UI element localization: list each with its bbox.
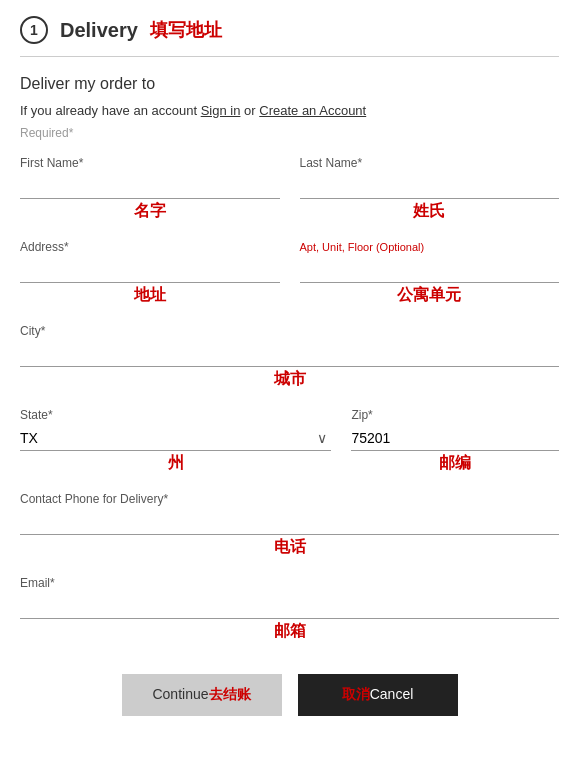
email-row: Email* 邮箱	[20, 576, 559, 642]
email-annotation: 邮箱	[20, 621, 559, 642]
cancel-en-label: Cancel	[370, 686, 414, 702]
create-account-link[interactable]: Create an Account	[259, 103, 366, 118]
address-field: Address* 地址	[20, 240, 280, 306]
required-note: Required*	[20, 126, 559, 140]
zip-label: Zip*	[351, 408, 559, 422]
email-field: Email* 邮箱	[20, 576, 559, 642]
button-row: Continue去结账 取消Cancel	[20, 674, 559, 716]
last-name-label: Last Name*	[300, 156, 560, 170]
account-line: If you already have an account Sign in o…	[20, 103, 559, 118]
state-annotation: 州	[20, 453, 331, 474]
first-name-field: First Name* 名字	[20, 156, 280, 222]
state-zip-row: State* Select... ALAKAZAR CACOCTDE FLGAH…	[20, 408, 559, 474]
zip-annotation: 邮编	[351, 453, 559, 474]
name-row: First Name* 名字 Last Name* 姓氏	[20, 156, 559, 222]
state-field: State* Select... ALAKAZAR CACOCTDE FLGAH…	[20, 408, 331, 474]
zip-field: Zip* 邮编	[351, 408, 559, 474]
state-select-wrapper: Select... ALAKAZAR CACOCTDE FLGAHIID ILI…	[20, 426, 331, 451]
apt-field: Apt, Unit, Floor (Optional) 公寓单元	[300, 240, 560, 306]
cancel-cn-label: 取消	[342, 686, 370, 702]
apt-annotation: 公寓单元	[300, 285, 560, 306]
first-name-annotation: 名字	[20, 201, 280, 222]
address-label: Address*	[20, 240, 280, 254]
sign-in-link[interactable]: Sign in	[201, 103, 241, 118]
last-name-input[interactable]	[300, 174, 560, 199]
step-number: 1	[30, 22, 38, 38]
section-title-cn: 填写地址	[150, 18, 222, 42]
apt-label: Apt, Unit, Floor (Optional)	[300, 240, 560, 254]
city-row: City* 城市	[20, 324, 559, 390]
phone-annotation: 电话	[20, 537, 559, 558]
city-annotation: 城市	[20, 369, 559, 390]
phone-input[interactable]	[20, 510, 559, 535]
cancel-button[interactable]: 取消Cancel	[298, 674, 458, 716]
email-input[interactable]	[20, 594, 559, 619]
step-circle: 1	[20, 16, 48, 44]
last-name-annotation: 姓氏	[300, 201, 560, 222]
state-select[interactable]: Select... ALAKAZAR CACOCTDE FLGAHIID ILI…	[20, 426, 331, 450]
section-header: 1 Delivery 填写地址	[20, 16, 559, 57]
state-label: State*	[20, 408, 331, 422]
section-title-en: Delivery	[60, 19, 138, 42]
address-input[interactable]	[20, 258, 280, 283]
continue-en-label: Continue	[152, 686, 208, 702]
email-label: Email*	[20, 576, 559, 590]
phone-label: Contact Phone for Delivery*	[20, 492, 559, 506]
city-label: City*	[20, 324, 559, 338]
city-input[interactable]	[20, 342, 559, 367]
page-subtitle: Deliver my order to	[20, 75, 559, 93]
city-field: City* 城市	[20, 324, 559, 390]
continue-cn-label: 去结账	[209, 686, 251, 702]
phone-field: Contact Phone for Delivery* 电话	[20, 492, 559, 558]
first-name-input[interactable]	[20, 174, 280, 199]
continue-button[interactable]: Continue去结账	[122, 674, 282, 716]
phone-row: Contact Phone for Delivery* 电话	[20, 492, 559, 558]
apt-input[interactable]	[300, 258, 560, 283]
first-name-label: First Name*	[20, 156, 280, 170]
last-name-field: Last Name* 姓氏	[300, 156, 560, 222]
address-row: Address* 地址 Apt, Unit, Floor (Optional) …	[20, 240, 559, 306]
zip-input[interactable]	[351, 426, 559, 451]
address-annotation: 地址	[20, 285, 280, 306]
